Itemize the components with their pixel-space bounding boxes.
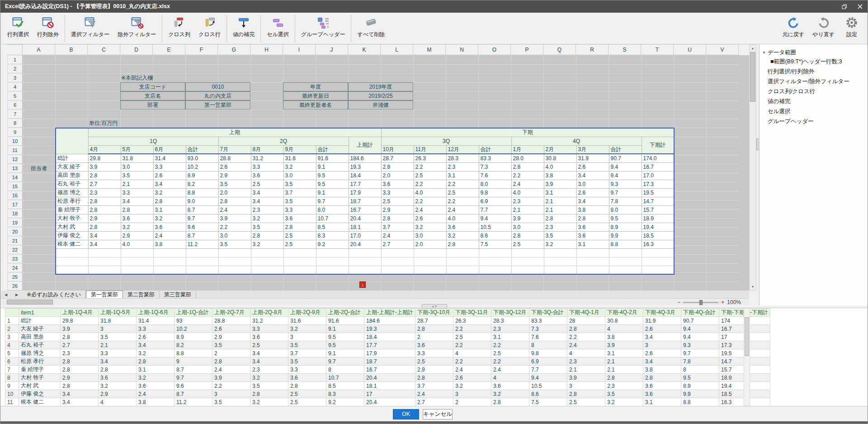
sheet-cell[interactable]: 2.1 (511, 205, 544, 214)
sheet-cell[interactable] (186, 257, 218, 266)
sheet-cell[interactable]: 9.9 (609, 231, 642, 240)
sheet-cell[interactable]: 9.5 (316, 171, 349, 180)
sheet-cell[interactable] (56, 257, 88, 266)
sheet-cell[interactable] (283, 248, 316, 257)
sheet-cell[interactable] (479, 266, 511, 274)
sheet-cell[interactable]: 19.4 (642, 223, 674, 231)
column-header-M[interactable]: M (413, 44, 446, 55)
column-header-E[interactable]: E (153, 44, 185, 55)
sheet-cell[interactable]: 16.3 (642, 240, 674, 248)
sheet-cell[interactable]: 2.4 (446, 205, 479, 214)
close-window-button[interactable] (852, 0, 868, 13)
sheet-cell[interactable]: 9.0 (186, 197, 218, 205)
row-header-5[interactable]: 5 (7, 91, 23, 100)
sheet-cell[interactable]: 2.0 (381, 171, 414, 180)
sheet-cell[interactable]: 2.0 (218, 188, 251, 197)
sheet-cell[interactable] (446, 266, 479, 274)
sheet-cell[interactable]: 2.3 (88, 188, 121, 197)
sheet-cell[interactable]: 8.6 (479, 231, 511, 240)
sheet-cell[interactable] (121, 248, 153, 257)
sheet-cell[interactable]: 8.0 (479, 180, 511, 188)
sheet-cell[interactable] (218, 248, 251, 257)
sheet-cell[interactable]: 大村 牧子 (56, 214, 88, 223)
row-header-18[interactable]: 18 (7, 209, 23, 218)
sheet-cell[interactable] (446, 248, 479, 257)
sheet-cell[interactable]: 3.6 (576, 223, 609, 231)
sheet-cell[interactable]: 秦 絵理子 (56, 205, 88, 214)
column-header-N[interactable]: N (446, 44, 478, 55)
row-header-19[interactable]: 19 (7, 218, 23, 227)
sheet-cell[interactable] (642, 266, 674, 274)
column-header-Q[interactable]: Q (543, 44, 576, 55)
sheet-cell[interactable]: 3.4 (88, 240, 121, 248)
sheet-cell[interactable]: 3.4 (153, 180, 186, 188)
zoom-out-button[interactable]: − (677, 299, 680, 305)
sheet-cell[interactable]: 榎本 健二 (56, 240, 88, 248)
sheet-cell[interactable] (349, 248, 381, 257)
sheet-cell[interactable]: 3.9 (218, 214, 251, 223)
sheet-cell[interactable]: 3.5 (283, 197, 316, 205)
sheet-cell[interactable]: 松原 孝行 (56, 197, 88, 205)
sheet-cell[interactable]: 30.8 (544, 154, 576, 162)
sheet-cell[interactable]: 3.2 (121, 223, 153, 231)
sheet-cell[interactable]: 2.8 (88, 171, 121, 180)
sheet-cell[interactable] (283, 257, 316, 266)
row-header-9[interactable]: 9 (7, 128, 23, 137)
sheet-cell[interactable]: 3.9 (88, 162, 121, 171)
sheet-cell[interactable]: 合計 (479, 145, 511, 154)
sheet-cell[interactable]: 3.5 (218, 180, 251, 188)
sheet-cell[interactable]: 下期 (381, 128, 674, 137)
sheet-cell[interactable]: 9.5 (316, 180, 349, 188)
sheet-cell[interactable]: 8.8 (186, 188, 218, 197)
sheet-cell[interactable]: 2.2 (414, 197, 446, 205)
column-header-F[interactable]: F (185, 44, 218, 55)
sheet-cell[interactable]: 26.3 (414, 154, 446, 162)
sheet-cell[interactable]: 2.2 (414, 162, 446, 171)
sheet-cell[interactable]: 28.7 (381, 154, 414, 162)
column-header-P[interactable]: P (511, 44, 543, 55)
sheet-cell[interactable] (251, 257, 283, 266)
sheet-cell[interactable] (381, 266, 414, 274)
row-header-22[interactable]: 22 (7, 245, 23, 254)
sheet-cell[interactable]: 7月 (218, 145, 251, 154)
row-header-25[interactable]: 25 (7, 272, 23, 281)
sheet-cell[interactable]: 下期計 (642, 137, 674, 154)
sheet-cell[interactable]: 5月 (121, 145, 153, 154)
sheet-cell[interactable]: 4.0 (121, 240, 153, 248)
sheet-cell[interactable]: 2.9 (218, 171, 251, 180)
sheet-cell[interactable]: 14.7 (642, 197, 674, 205)
next-sheet-button[interactable]: ▶ (11, 291, 22, 298)
sheet-cell[interactable]: 11月 (414, 145, 446, 154)
sheet-cell[interactable]: 3.3 (153, 162, 186, 171)
column-header-U[interactable]: U (674, 44, 706, 55)
preview-vertical-scrollbar[interactable] (744, 308, 750, 406)
sheet-cell[interactable]: 3.2 (544, 240, 576, 248)
undo-button[interactable]: 元に戻す (778, 14, 809, 44)
unit-label[interactable]: 単位:百万円 (89, 119, 118, 128)
sheet-cell[interactable]: 2.6 (576, 188, 609, 197)
column-header-H[interactable]: H (250, 44, 283, 55)
sheet-cell[interactable]: 2.9 (88, 214, 121, 223)
sheet-horizontal-scrollbar[interactable]: − + 100% (0, 298, 749, 305)
sheet-cell[interactable]: 174.0 (642, 154, 674, 162)
info-value-cell[interactable]: 2019/2/25 (348, 91, 413, 100)
tree-node-5[interactable]: セル選択 (768, 108, 868, 115)
info-label-cell[interactable]: 年度 (283, 82, 348, 91)
sheet-cell[interactable]: 91.6 (316, 154, 349, 162)
sheet-cell[interactable] (479, 257, 511, 266)
sheet-cell[interactable] (414, 257, 446, 266)
sheet-cell[interactable] (316, 266, 349, 274)
sheet-cell[interactable]: 2.8 (381, 214, 414, 223)
column-header-C[interactable]: C (88, 44, 120, 55)
sheet-cell[interactable]: 3.6 (121, 214, 153, 223)
redo-button[interactable]: やり直す (808, 14, 839, 44)
sheet-cell[interactable] (56, 266, 88, 274)
sheet-cell[interactable]: 4.0 (446, 214, 479, 223)
sheet-cell[interactable]: 3.6 (381, 180, 414, 188)
sheet-cell[interactable]: 19.5 (642, 188, 674, 197)
row-header-12[interactable]: 12 (7, 155, 23, 164)
sheet-cell[interactable]: 20.4 (349, 214, 381, 223)
sheet-cell[interactable]: 3.1 (544, 188, 576, 197)
sheet-cell[interactable] (251, 266, 283, 274)
sheet-cell[interactable]: 17.3 (642, 180, 674, 188)
